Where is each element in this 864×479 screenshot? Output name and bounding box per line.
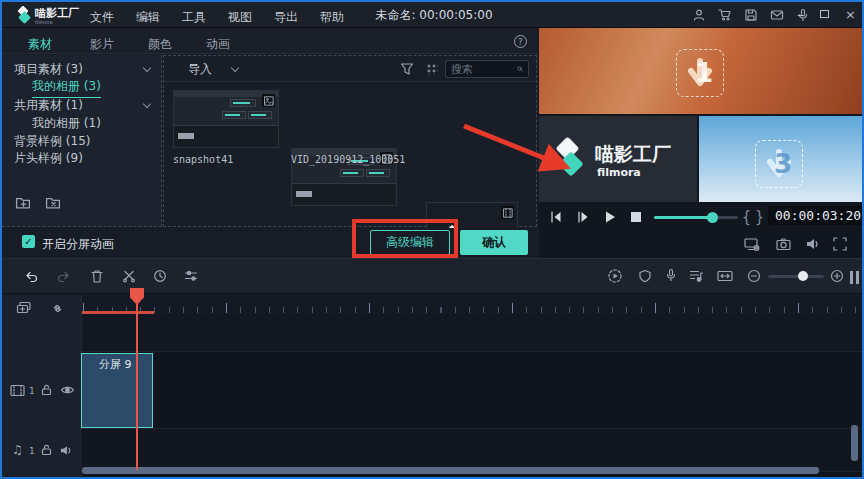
confirm-button[interactable]: 确认 bbox=[460, 230, 528, 255]
menu-view[interactable]: 视图 bbox=[228, 9, 252, 26]
preview-pane-3: 3 bbox=[699, 116, 864, 202]
timeline-zoom-slider[interactable] bbox=[768, 275, 824, 278]
maximize-button[interactable] bbox=[820, 10, 829, 18]
search-box[interactable] bbox=[445, 60, 529, 78]
titlebar-icons bbox=[692, 8, 810, 22]
timeline-clip-split9[interactable]: 分屏 9 bbox=[81, 353, 153, 428]
timeline-zoom-knob[interactable] bbox=[798, 271, 808, 281]
video-badge-icon bbox=[501, 206, 514, 219]
seek-slider[interactable] bbox=[654, 216, 738, 219]
manage-tracks-icon[interactable] bbox=[16, 301, 32, 316]
delete-icon[interactable] bbox=[90, 269, 104, 284]
vertical-scrollbar[interactable] bbox=[851, 425, 858, 461]
minimize-button[interactable]: – bbox=[797, 7, 804, 21]
image-badge-icon bbox=[262, 94, 275, 107]
preview-secondary-controls bbox=[539, 231, 864, 257]
menu-tools[interactable]: 工具 bbox=[182, 9, 206, 26]
import-button[interactable]: 导入 bbox=[188, 63, 212, 75]
tree-item-my-album-selected[interactable]: 我的相册 (3) bbox=[32, 79, 101, 96]
annotation-highlight-box bbox=[352, 219, 458, 258]
link-icon[interactable] bbox=[50, 301, 65, 316]
horizontal-scrollbar[interactable] bbox=[82, 467, 819, 474]
fullscreen-icon[interactable] bbox=[833, 237, 847, 251]
next-frame-icon[interactable] bbox=[576, 210, 590, 224]
tree-item-my-album-2[interactable]: 我的相册 (1) bbox=[32, 115, 101, 132]
zoom-in-icon[interactable] bbox=[830, 269, 844, 283]
audio-track-header: ♫ 1 bbox=[2, 430, 82, 472]
chevron-down-icon[interactable] bbox=[143, 64, 151, 72]
filter-icon[interactable] bbox=[400, 62, 414, 76]
lock-icon[interactable] bbox=[40, 383, 53, 397]
duration-clock-icon[interactable] bbox=[153, 269, 167, 283]
play-icon[interactable] bbox=[603, 210, 617, 224]
delete-folder-icon[interactable] bbox=[45, 195, 61, 211]
video-track-header: 1 bbox=[2, 353, 82, 429]
stop-icon[interactable] bbox=[630, 211, 642, 223]
app-window: 喵影工厂 filmora 文件 编辑 工具 视图 导出 帮助 未命名: 00:0… bbox=[0, 0, 864, 479]
search-input[interactable] bbox=[451, 63, 517, 76]
previous-frame-icon[interactable] bbox=[549, 210, 563, 224]
lock-icon[interactable] bbox=[40, 443, 53, 457]
redo-icon[interactable] bbox=[56, 269, 71, 284]
title-bar: 喵影工厂 filmora 文件 编辑 工具 视图 导出 帮助 未命名: 00:0… bbox=[2, 2, 862, 28]
ruler-major-ticks bbox=[82, 303, 864, 313]
panel-tab-bar: 素材 影片 颜色 动画 ? bbox=[2, 28, 537, 54]
panel-layout-icon[interactable] bbox=[850, 269, 862, 288]
project-title: 未命名: 00:00:05:00 bbox=[375, 9, 492, 21]
app-sub-name: filmora bbox=[35, 19, 53, 25]
clip-label: 分屏 9 bbox=[99, 359, 132, 370]
render-preview-icon[interactable] bbox=[607, 268, 623, 284]
fit-to-timeline-icon[interactable] bbox=[717, 269, 733, 283]
mark-in-icon[interactable]: { bbox=[742, 208, 751, 226]
preview-panel: 1 喵影工厂 filmora 3 bbox=[539, 28, 864, 258]
close-button[interactable]: × bbox=[845, 8, 856, 21]
split-scissors-icon[interactable] bbox=[122, 269, 136, 283]
tree-item-shared-media[interactable]: 共用素材 (1) bbox=[14, 97, 150, 114]
user-account-icon[interactable] bbox=[692, 8, 706, 22]
menu-edit[interactable]: 编辑 bbox=[136, 9, 160, 26]
split-animation-checkbox[interactable]: ✓ bbox=[22, 235, 35, 248]
zoom-out-icon[interactable] bbox=[747, 269, 761, 283]
menu-bar: 文件 编辑 工具 视图 导出 帮助 bbox=[90, 9, 366, 26]
import-chevron-icon[interactable] bbox=[231, 64, 239, 72]
video-track-number: 1 bbox=[29, 387, 35, 396]
menu-export[interactable]: 导出 bbox=[274, 9, 298, 26]
media-thumb-snapshot41[interactable] bbox=[173, 90, 279, 148]
preview-pane-2-logo: 喵影工厂 filmora bbox=[539, 116, 697, 202]
timeline-area: 00:00:00:00 00:00:10:00 00:00:20:00 00:0… bbox=[2, 295, 864, 479]
help-icon[interactable]: ? bbox=[514, 35, 527, 48]
mail-icon[interactable] bbox=[770, 8, 784, 22]
volume-icon[interactable] bbox=[806, 237, 820, 251]
tree-item-background-samples[interactable]: 背景样例 (15) bbox=[14, 133, 90, 150]
split-animation-label: 开启分屏动画 bbox=[42, 238, 114, 250]
snapshot-camera-icon[interactable] bbox=[776, 237, 791, 251]
mute-speaker-icon[interactable] bbox=[60, 444, 73, 457]
tree-item-intro-samples[interactable]: 片头样例 (9) bbox=[14, 150, 83, 167]
menu-file[interactable]: 文件 bbox=[90, 9, 114, 26]
media-toolbar: 导入 bbox=[164, 56, 536, 82]
undo-icon[interactable] bbox=[24, 269, 39, 284]
save-icon[interactable] bbox=[744, 8, 758, 22]
eye-visibility-icon[interactable] bbox=[60, 384, 75, 396]
preview-pane-1: 1 bbox=[539, 28, 864, 114]
add-folder-icon[interactable] bbox=[15, 195, 31, 211]
preview-logo-text: 喵影工厂 bbox=[595, 142, 671, 168]
chevron-down-icon[interactable] bbox=[143, 100, 151, 108]
audio-mixer-icon[interactable] bbox=[689, 269, 704, 283]
playback-controls: { } 00:00:03:20 bbox=[539, 204, 864, 230]
video-track: 1 分屏 9 bbox=[2, 353, 864, 429]
tree-item-project-media[interactable]: 项目素材 (3) bbox=[14, 61, 150, 78]
menu-help[interactable]: 帮助 bbox=[320, 9, 344, 26]
preview-logo-sub: filmora bbox=[597, 166, 641, 179]
library-tree-panel: 项目素材 (3) 我的相册 (3) 共用素材 (1) 我的相册 (1) 背景样例… bbox=[2, 55, 162, 227]
grid-view-icon[interactable] bbox=[426, 63, 438, 75]
ruler-clip-extent-highlight bbox=[82, 311, 154, 314]
record-voiceover-icon[interactable] bbox=[664, 268, 678, 283]
adjust-settings-icon[interactable] bbox=[184, 269, 198, 283]
shield-icon[interactable] bbox=[638, 269, 652, 283]
seek-slider-knob[interactable] bbox=[707, 212, 718, 223]
display-settings-icon[interactable] bbox=[744, 237, 760, 252]
cart-icon[interactable] bbox=[718, 8, 732, 22]
mark-out-icon[interactable]: } bbox=[755, 208, 764, 226]
search-icon[interactable] bbox=[517, 63, 523, 75]
